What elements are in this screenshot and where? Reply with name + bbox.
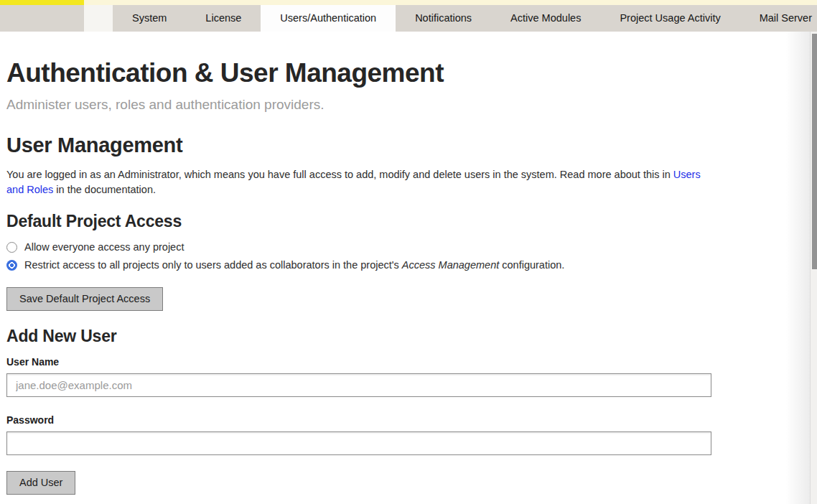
tab-users-authentication[interactable]: Users/Authentication bbox=[261, 5, 396, 32]
default-project-access-heading: Default Project Access bbox=[6, 212, 810, 231]
tab-project-usage-activity[interactable]: Project Usage Activity bbox=[600, 5, 739, 32]
restrict-label-before: Restrict access to all projects only to … bbox=[24, 259, 402, 271]
page-title: Authentication & User Management bbox=[6, 57, 810, 88]
radio-checked-icon[interactable] bbox=[6, 260, 17, 271]
add-user-button[interactable]: Add User bbox=[6, 471, 75, 495]
add-new-user-heading: Add New User bbox=[6, 327, 810, 346]
user-management-heading: User Management bbox=[6, 133, 810, 157]
header-spacer bbox=[84, 5, 113, 32]
radio-option-allow-everyone[interactable]: Allow everyone access any project bbox=[6, 241, 810, 253]
radio-option-restrict-access[interactable]: Restrict access to all projects only to … bbox=[6, 259, 810, 271]
save-default-project-access-button[interactable]: Save Default Project Access bbox=[6, 287, 163, 311]
tab-active-modules[interactable]: Active Modules bbox=[491, 5, 600, 32]
header: System License Users/Authentication Noti… bbox=[0, 5, 817, 32]
intro-text-after: in the documentation. bbox=[53, 184, 156, 195]
password-input[interactable] bbox=[6, 431, 711, 455]
page-subtitle: Administer users, roles and authenticati… bbox=[6, 97, 810, 113]
tab-license[interactable]: License bbox=[186, 5, 261, 32]
top-accent-strip bbox=[0, 0, 817, 5]
main-content: Authentication & User Management Adminis… bbox=[0, 32, 810, 504]
scrollbar-thumb[interactable] bbox=[812, 34, 817, 269]
username-input[interactable] bbox=[6, 373, 711, 397]
vertical-scrollbar[interactable] bbox=[810, 32, 817, 504]
brand-accent-bar bbox=[0, 0, 84, 5]
tab-notifications[interactable]: Notifications bbox=[396, 5, 491, 32]
restrict-label-after: configuration. bbox=[499, 259, 564, 271]
intro-text-before: You are logged in as an Administrator, w… bbox=[6, 169, 673, 180]
tab-bar: System License Users/Authentication Noti… bbox=[113, 5, 817, 32]
radio-allow-label: Allow everyone access any project bbox=[24, 241, 184, 253]
username-label: User Name bbox=[6, 357, 810, 367]
tab-mail-server[interactable]: Mail Server bbox=[740, 5, 817, 32]
radio-unchecked-icon[interactable] bbox=[6, 242, 17, 253]
restrict-label-italic: Access Management bbox=[402, 259, 499, 271]
user-management-intro: You are logged in as an Administrator, w… bbox=[6, 167, 714, 197]
logo-block bbox=[0, 5, 84, 32]
password-label: Password bbox=[6, 415, 810, 425]
tab-system[interactable]: System bbox=[113, 5, 186, 32]
radio-restrict-label: Restrict access to all projects only to … bbox=[24, 259, 564, 271]
